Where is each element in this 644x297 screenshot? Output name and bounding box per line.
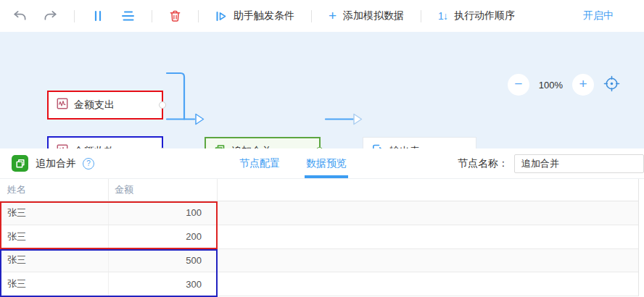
- fit-view-button[interactable]: [603, 75, 620, 94]
- data-preview-table: 姓名 金额 张三 100 张三 200 张三 500 张三 300: [0, 179, 644, 297]
- zoom-out-button[interactable]: −: [508, 74, 529, 96]
- node-panel-header: 追加合并 ? 节点配置 数据预览 节点名称：: [0, 148, 644, 179]
- trigger-condition-button[interactable]: 助手触发条件: [215, 9, 294, 22]
- status-toggle[interactable]: 开启中: [583, 9, 614, 22]
- table-row[interactable]: 张三 300: [0, 272, 638, 296]
- toolbar-divider: [152, 10, 152, 22]
- cell-amount: 200: [109, 225, 218, 248]
- tab-data-preview[interactable]: 数据预览: [306, 148, 347, 178]
- cell-amount: 100: [109, 201, 218, 225]
- table-row[interactable]: 张三 100: [0, 201, 638, 225]
- delete-button[interactable]: [169, 9, 181, 22]
- align-vertical-button[interactable]: [91, 10, 104, 22]
- dataset-chart-icon: [57, 98, 68, 112]
- trash-icon: [169, 9, 181, 22]
- redo-button[interactable]: [44, 10, 57, 22]
- cell-amount: 300: [109, 272, 218, 296]
- vertical-bars-icon: [91, 10, 104, 22]
- crosshair-icon: [603, 75, 620, 94]
- align-horizontal-button[interactable]: [121, 10, 135, 22]
- table-row[interactable]: 张三 500: [0, 249, 638, 273]
- toolbar: 助手触发条件 + 添加模拟数据 1↓ 执行动作顺序 开启中: [0, 0, 644, 32]
- output-port: [159, 101, 166, 109]
- cell-name: 张三: [0, 201, 109, 225]
- table: 姓名 金额 张三 100 张三 200 张三 500 张三 300: [0, 179, 639, 296]
- column-header-name: 姓名: [0, 179, 109, 201]
- node-expense[interactable]: 金额支出: [47, 91, 163, 120]
- cell-name: 张三: [0, 249, 109, 272]
- toolbar-divider: [421, 10, 421, 22]
- exec-order-label: 执行动作顺序: [454, 9, 515, 22]
- table-row[interactable]: 张三 200: [0, 225, 638, 249]
- node-label: 金额支出: [74, 99, 115, 112]
- flow-canvas[interactable]: 金额支出 金额收款 追加合并 输出表: [0, 32, 644, 148]
- flow-editor-screen: 助手触发条件 + 添加模拟数据 1↓ 执行动作顺序 开启中 金额支出: [0, 0, 644, 297]
- plus-icon: +: [329, 11, 337, 21]
- append-merge-node-icon: [12, 155, 28, 172]
- toolbar-divider: [198, 10, 199, 22]
- run-trigger-icon: [215, 11, 227, 22]
- horizontal-lines-icon: [121, 10, 135, 22]
- table-header: 姓名 金额: [0, 179, 638, 201]
- node-name-input[interactable]: [514, 154, 644, 173]
- node-name-group: 节点名称：: [458, 148, 644, 178]
- redo-icon: [44, 10, 57, 22]
- cell-amount: 500: [109, 249, 218, 272]
- add-mock-data-button[interactable]: + 添加模拟数据: [329, 9, 404, 22]
- panel-tabs: 节点配置 数据预览: [239, 148, 347, 178]
- zoom-level: 100%: [539, 80, 563, 91]
- column-header-amount: 金额: [109, 179, 218, 201]
- trigger-condition-label: 助手触发条件: [234, 9, 294, 22]
- zoom-in-button[interactable]: +: [572, 74, 594, 96]
- help-icon[interactable]: ?: [83, 158, 94, 170]
- node-name-label: 节点名称：: [458, 157, 508, 170]
- exec-order-button[interactable]: 1↓ 执行动作顺序: [438, 9, 515, 22]
- tab-node-config[interactable]: 节点配置: [239, 148, 280, 178]
- undo-button[interactable]: [13, 10, 27, 22]
- cell-name: 张三: [0, 225, 109, 248]
- add-mock-data-label: 添加模拟数据: [343, 9, 404, 22]
- column-header-spacer: [218, 179, 638, 201]
- zoom-controls: − 100% +: [508, 74, 620, 96]
- undo-icon: [13, 10, 27, 22]
- sort-order-icon: 1↓: [438, 10, 447, 22]
- toolbar-divider: [74, 10, 75, 22]
- panel-title: 追加合并: [36, 157, 76, 170]
- toolbar-divider: [311, 10, 312, 22]
- cell-name: 张三: [0, 272, 109, 296]
